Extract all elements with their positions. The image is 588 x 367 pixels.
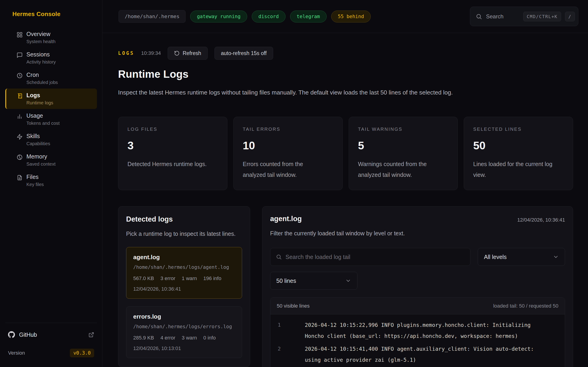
- log-file-warns: 3 warn: [182, 335, 197, 341]
- log-file-timestamp: 12/04/2026, 10:13:01: [133, 345, 235, 351]
- sidebar: Hermes Console Overview System health Se…: [0, 0, 103, 367]
- stat-label: TAIL WARNINGS: [358, 127, 449, 132]
- stat-label: LOG FILES: [128, 127, 218, 132]
- lines-select-value: 50 lines: [276, 277, 296, 284]
- log-tail-header: 50 visible lines loaded tail: 50 / reque…: [270, 298, 565, 315]
- log-line-number: 1: [270, 319, 305, 342]
- search-icon: [276, 254, 282, 260]
- sidebar-item-logs[interactable]: Logs Runtime logs: [5, 89, 97, 109]
- log-file-errors: 4 error: [161, 335, 175, 341]
- detected-logs-title: Detected logs: [126, 215, 242, 223]
- log-line: 2 2026-04-12 10:15:41,400 INFO agent.aux…: [270, 343, 565, 365]
- sidebar-item-sublabel: Scheduled jobs: [26, 80, 58, 85]
- loaded-tail-label: loaded tail: 50 / requested 50: [493, 303, 558, 309]
- status-chip-discord: discord: [252, 10, 285, 23]
- log-file-errors: 3 error: [161, 275, 175, 282]
- github-label: GitHub: [19, 332, 37, 338]
- log-tail-body: 1 2026-04-12 10:15:22,996 INFO plugins.m…: [270, 315, 565, 367]
- log-file-meta: 285.9 KB 4 error 3 warn 0 info: [133, 335, 235, 341]
- sidebar-item-skills[interactable]: Skills Capabilities: [5, 129, 97, 150]
- global-search[interactable]: Search CMD/CTRL+K /: [470, 7, 578, 26]
- sidebar-item-overview[interactable]: Overview System health: [5, 27, 97, 48]
- sidebar-item-files[interactable]: Files Key files: [5, 170, 97, 191]
- topbar: /home/shan/.hermes gateway running disco…: [103, 0, 588, 33]
- clock-icon: [17, 73, 23, 79]
- tail-search-field[interactable]: [270, 248, 470, 266]
- sidebar-item-label: Logs: [26, 92, 53, 99]
- sidebar-item-sublabel: Activity history: [26, 59, 56, 65]
- sidebar-item-label: Skills: [26, 133, 50, 140]
- app-root: Hermes Console Overview System health Se…: [0, 0, 588, 367]
- autorefresh-toggle[interactable]: auto-refresh 15s off: [215, 47, 273, 60]
- refresh-label: Refresh: [183, 50, 201, 56]
- status-chip-gateway: gateway running: [190, 10, 247, 23]
- stat-label: TAIL ERRORS: [243, 127, 333, 132]
- log-file-infos: 0 info: [203, 335, 216, 341]
- stat-value: 50: [473, 139, 564, 152]
- chevron-down-icon: [345, 278, 351, 284]
- sidebar-item-sublabel: Key files: [26, 182, 44, 187]
- sidebar-item-usage[interactable]: Usage Tokens and cost: [5, 109, 97, 129]
- sidebar-item-memory[interactable]: Memory Saved context: [5, 150, 97, 170]
- external-link-icon: [88, 332, 94, 338]
- log-viewer-title: agent.log: [270, 215, 302, 223]
- current-time: 10:39:34: [141, 50, 161, 56]
- log-file-warns: 1 warn: [182, 275, 197, 282]
- log-tail-viewer[interactable]: 50 visible lines loaded tail: 50 / reque…: [270, 298, 565, 367]
- log-file-size: 285.9 KB: [133, 335, 154, 341]
- stat-card-selected-lines: SELECTED LINES 50 Lines loaded for the c…: [464, 117, 573, 190]
- log-file-name: errors.log: [133, 313, 235, 320]
- page-content: LOGS 10:39:34 Refresh auto-refresh 15s o…: [103, 33, 588, 367]
- log-viewer-panel: agent.log 12/04/2026, 10:36:41 Filter th…: [262, 206, 573, 367]
- bolt-icon: [17, 134, 23, 140]
- page-title: Runtime Logs: [118, 68, 573, 80]
- log-line-text: 2026-04-12 10:15:22,996 INFO plugins.mem…: [305, 319, 544, 342]
- stat-label: SELECTED LINES: [473, 127, 564, 132]
- sidebar-item-cron[interactable]: Cron Scheduled jobs: [5, 68, 97, 89]
- log-file-path: /home/shan/.hermes/logs/errors.log: [133, 324, 235, 329]
- log-viewer-header: agent.log 12/04/2026, 10:36:41: [270, 215, 565, 223]
- log-file-meta: 567.0 KB 3 error 1 warn 196 info: [133, 275, 235, 282]
- chart-icon: [17, 113, 23, 119]
- log-viewer-controls: All levels: [270, 248, 565, 266]
- github-link[interactable]: GitHub: [8, 331, 94, 338]
- github-icon: [8, 331, 15, 338]
- sidebar-item-sessions[interactable]: Sessions Activity history: [5, 48, 97, 68]
- brain-icon: [17, 154, 23, 160]
- log-file-card-errors[interactable]: errors.log /home/shan/.hermes/logs/error…: [126, 307, 242, 358]
- stat-value: 3: [128, 139, 218, 152]
- refresh-icon: [174, 50, 180, 56]
- log-file-card-agent[interactable]: agent.log /home/shan/.hermes/logs/agent.…: [126, 247, 242, 299]
- status-chip-behind: 55 behind: [331, 10, 371, 23]
- log-line-text: 2026-04-12 10:15:41,400 INFO agent.auxil…: [305, 343, 544, 365]
- log-line-number: 2: [270, 343, 305, 365]
- status-chip-telegram: telegram: [290, 10, 327, 23]
- lines-select[interactable]: 50 lines: [270, 272, 357, 290]
- version-label: Version: [8, 350, 25, 356]
- stat-card-tail-warnings: TAIL WARNINGS 5 Warnings counted from th…: [349, 117, 458, 190]
- main: /home/shan/.hermes gateway running disco…: [103, 0, 588, 367]
- sidebar-footer: GitHub Version v0.3.0: [5, 323, 97, 367]
- version-row: Version v0.3.0: [8, 349, 94, 357]
- scroll-icon: [17, 93, 23, 99]
- refresh-button[interactable]: Refresh: [168, 47, 208, 60]
- log-file-size: 567.0 KB: [133, 275, 154, 282]
- sidebar-item-sublabel: Saved context: [26, 161, 56, 167]
- detected-logs-description: Pick a runtime log to inspect its latest…: [126, 228, 242, 239]
- tail-search-input[interactable]: [285, 254, 465, 260]
- sidebar-item-label: Usage: [26, 112, 60, 119]
- log-file-name: agent.log: [133, 254, 235, 261]
- log-file-path: /home/shan/.hermes/logs/agent.log: [133, 265, 235, 270]
- grid-icon: [17, 32, 23, 38]
- search-kbd-shortcut: CMD/CTRL+K: [523, 12, 561, 21]
- detected-logs-panel: Detected logs Pick a runtime log to insp…: [118, 206, 250, 367]
- sidebar-nav: Overview System health Sessions Activity…: [0, 27, 102, 191]
- stat-description: Lines loaded for the current log view.: [473, 159, 552, 180]
- lines-select-row: 50 lines: [270, 272, 565, 290]
- file-icon: [17, 175, 23, 181]
- log-viewer-timestamp: 12/04/2026, 10:36:41: [517, 217, 565, 223]
- level-select[interactable]: All levels: [478, 248, 565, 266]
- chevron-down-icon: [553, 254, 559, 260]
- log-file-infos: 196 info: [203, 275, 221, 282]
- home-path-chip: /home/shan/.hermes: [119, 10, 186, 23]
